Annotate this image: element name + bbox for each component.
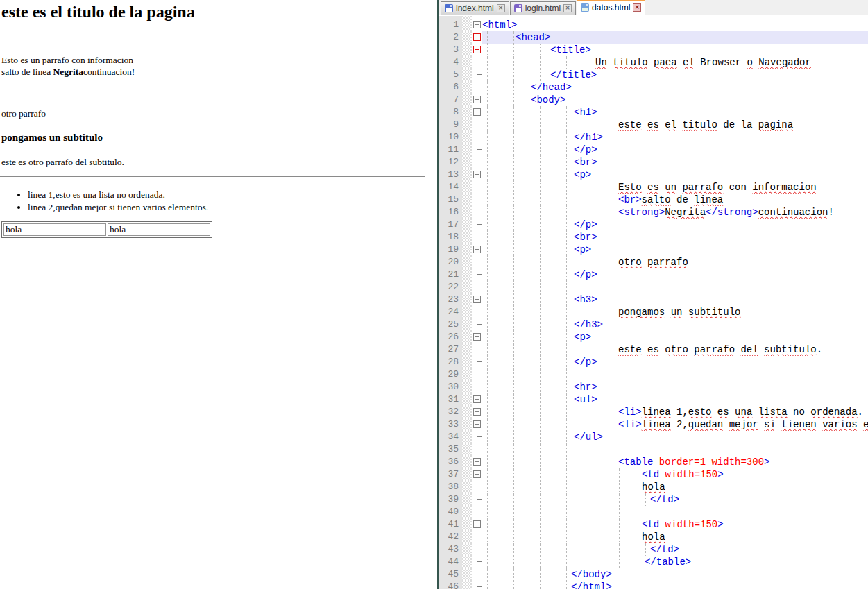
code-line-6[interactable]: 6</head> (439, 81, 868, 94)
fold-toggle-icon[interactable] (473, 296, 481, 303)
code-text[interactable]: <ul> (482, 393, 868, 406)
code-line-37[interactable]: 37<td width=150> (439, 468, 868, 481)
fold-toggle-icon[interactable] (473, 246, 481, 253)
code-text[interactable]: <li>linea 2,quedan mejor si tienen vario… (482, 418, 868, 431)
code-text[interactable]: pongamos un subtitulo (482, 306, 868, 318)
code-line-9[interactable]: 9este es el titulo de la pagina (439, 119, 868, 131)
code-text[interactable]: </title> (482, 69, 868, 81)
code-text[interactable] (482, 368, 868, 381)
code-text[interactable]: <body> (482, 94, 868, 106)
fold-toggle-icon[interactable] (473, 408, 481, 416)
code-text[interactable]: </td> (482, 493, 868, 506)
fold-toggle-icon[interactable] (473, 420, 481, 428)
code-line-7[interactable]: 7<body> (439, 94, 868, 106)
code-line-10[interactable]: 10</h1> (439, 131, 868, 144)
code-text[interactable]: <br> (482, 231, 868, 244)
code-text[interactable]: <html> (482, 19, 868, 31)
code-line-41[interactable]: 41<td width=150> (439, 518, 868, 531)
code-line-30[interactable]: 30<hr> (439, 381, 868, 393)
code-text[interactable]: </h1> (482, 131, 868, 144)
fold-toggle-icon[interactable] (473, 458, 481, 466)
code-text[interactable]: <strong>Negrita</strong>continuacion! (482, 206, 868, 219)
fold-toggle-icon[interactable] (473, 395, 481, 403)
code-text[interactable]: </h3> (482, 318, 868, 331)
code-text[interactable] (482, 281, 868, 293)
code-line-18[interactable]: 18<br> (439, 231, 868, 244)
code-text[interactable]: </head> (482, 81, 868, 94)
fold-toggle-icon[interactable] (473, 333, 481, 341)
code-text[interactable]: </p> (482, 268, 868, 281)
tab-datos.html[interactable]: datos.html✕ (577, 0, 645, 15)
code-text[interactable]: <td width=150> (482, 518, 868, 531)
code-line-24[interactable]: 24pongamos un subtitulo (439, 306, 868, 318)
code-text[interactable]: </p> (482, 144, 868, 156)
fold-toggle-icon[interactable] (473, 520, 481, 528)
code-line-25[interactable]: 25</h3> (439, 318, 868, 331)
code-line-33[interactable]: 33<li>linea 2,quedan mejor si tienen var… (439, 418, 868, 431)
code-line-1[interactable]: 1<html> (439, 19, 868, 31)
close-icon[interactable]: ✕ (563, 4, 572, 12)
code-line-38[interactable]: 38hola (439, 481, 868, 493)
code-text[interactable]: hola (482, 531, 868, 543)
code-line-32[interactable]: 32<li>linea 1,esto es una lista no orden… (439, 406, 868, 418)
code-line-15[interactable]: 15<br>salto de linea (439, 194, 868, 206)
code-line-34[interactable]: 34</ul> (439, 431, 868, 443)
code-line-8[interactable]: 8<h1> (439, 106, 868, 119)
code-text[interactable]: </html> (482, 581, 868, 589)
fold-toggle-icon[interactable] (473, 21, 481, 28)
fold-toggle-icon[interactable] (473, 108, 481, 116)
code-editor[interactable]: 1<html>2<head>3<title>4Un titulo paea el… (439, 16, 868, 589)
code-text[interactable]: </td> (482, 543, 868, 556)
code-text[interactable] (482, 506, 868, 518)
code-text[interactable]: este es el titulo de la pagina (482, 119, 868, 131)
code-line-45[interactable]: 45</body> (439, 568, 868, 581)
code-line-28[interactable]: 28</p> (439, 356, 868, 368)
code-line-16[interactable]: 16<strong>Negrita</strong>continuacion! (439, 206, 868, 219)
code-line-46[interactable]: 46</html> (439, 581, 868, 589)
code-line-40[interactable]: 40 (439, 506, 868, 518)
code-text[interactable] (482, 443, 868, 456)
code-line-26[interactable]: 26<p> (439, 331, 868, 343)
code-line-27[interactable]: 27este es otro parrafo del subtitulo. (439, 343, 868, 356)
close-icon[interactable]: ✕ (497, 4, 505, 12)
fold-toggle-icon[interactable] (473, 46, 481, 53)
code-text[interactable]: <br> (482, 156, 868, 169)
code-text[interactable]: Un titulo paea el Browser o Navegador (482, 56, 868, 69)
code-line-11[interactable]: 11</p> (439, 144, 868, 156)
code-line-39[interactable]: 39</td> (439, 493, 868, 506)
code-line-22[interactable]: 22 (439, 281, 868, 293)
code-line-23[interactable]: 23<h3> (439, 293, 868, 306)
code-text[interactable]: <br>salto de linea (482, 194, 868, 206)
code-line-2[interactable]: 2<head> (439, 31, 868, 44)
code-text[interactable]: hola (482, 481, 868, 493)
code-text[interactable]: </table> (482, 556, 868, 568)
code-text[interactable]: <h3> (482, 293, 868, 306)
tab-login.html[interactable]: login.html✕ (510, 1, 576, 15)
fold-toggle-icon[interactable] (473, 33, 481, 41)
code-line-43[interactable]: 43</td> (439, 543, 868, 556)
code-line-44[interactable]: 44</table> (439, 556, 868, 568)
code-line-3[interactable]: 3<title> (439, 44, 868, 56)
code-text[interactable]: <p> (482, 331, 868, 343)
code-line-35[interactable]: 35 (439, 443, 868, 456)
code-text[interactable]: <title> (482, 44, 868, 56)
code-line-17[interactable]: 17</p> (439, 219, 868, 231)
code-text[interactable]: </p> (482, 219, 868, 231)
code-line-29[interactable]: 29 (439, 368, 868, 381)
code-text[interactable]: <li>linea 1,esto es una lista no ordenad… (482, 406, 868, 418)
code-text[interactable]: <table border=1 width=300> (482, 456, 868, 468)
code-line-19[interactable]: 19<p> (439, 244, 868, 256)
code-text[interactable]: <p> (482, 244, 868, 256)
code-line-4[interactable]: 4Un titulo paea el Browser o Navegador (439, 56, 868, 69)
fold-toggle-icon[interactable] (473, 96, 481, 103)
code-line-42[interactable]: 42hola (439, 531, 868, 543)
code-text[interactable]: <h1> (482, 106, 868, 119)
code-text[interactable]: Esto es un parrafo con informacion (482, 181, 868, 194)
close-icon[interactable]: ✕ (633, 3, 641, 12)
code-line-31[interactable]: 31<ul> (439, 393, 868, 406)
code-line-13[interactable]: 13<p> (439, 169, 868, 181)
code-text[interactable]: <hr> (482, 381, 868, 393)
code-line-14[interactable]: 14Esto es un parrafo con informacion (439, 181, 868, 194)
code-text[interactable]: </p> (482, 356, 868, 368)
code-text[interactable]: <p> (482, 169, 868, 181)
